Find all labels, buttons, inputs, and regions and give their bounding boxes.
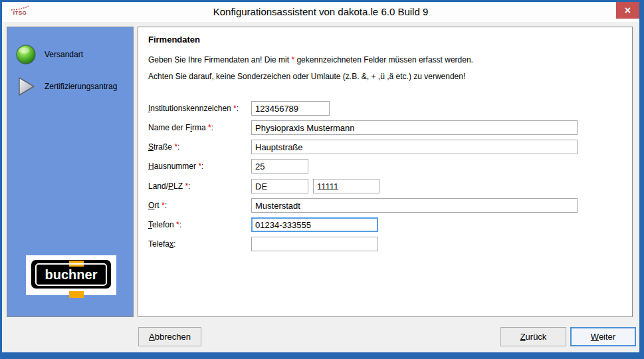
input-ort[interactable] bbox=[251, 198, 578, 213]
input-telefax[interactable] bbox=[251, 237, 378, 251]
buchner-logo: buchner bbox=[26, 255, 116, 295]
field-row-hausnummer: Hausnummer *: bbox=[148, 159, 308, 174]
buchner-logo-plate: buchner bbox=[31, 260, 111, 289]
close-button[interactable]: × bbox=[616, 2, 639, 19]
sidebar-step-versandart: Versandart bbox=[15, 43, 83, 66]
sidebar-step-label: Versandart bbox=[45, 50, 83, 59]
buchner-logo-text: buchner bbox=[45, 268, 98, 281]
field-row-land-plz: Land/PLZ *: bbox=[148, 179, 379, 193]
back-button[interactable]: Zurück bbox=[500, 327, 566, 346]
dialog-window: ITSG Konfigurationsassistent von dakota.… bbox=[0, 0, 644, 359]
intro-line-1: Geben Sie Ihre Firmendaten an! Die mit *… bbox=[148, 55, 473, 64]
page-title: Firmendaten bbox=[148, 35, 200, 45]
input-institutionskennzeichen[interactable] bbox=[251, 101, 330, 116]
input-land-plz-2[interactable] bbox=[313, 179, 379, 193]
titlebar[interactable]: ITSG Konfigurationsassistent von dakota.… bbox=[2, 2, 639, 22]
gray-arrow-icon bbox=[15, 76, 37, 97]
buchner-logo-frame: buchner bbox=[35, 263, 107, 286]
field-label-telefon: Telefon *: bbox=[148, 220, 251, 229]
buchner-logo-tab-bottom bbox=[69, 291, 84, 298]
sidebar-step-label: Zertifizierungsantrag bbox=[45, 82, 117, 91]
content-panel: Firmendaten Geben Sie Ihre Firmendaten a… bbox=[138, 27, 633, 317]
field-row-strasse: Straße *: bbox=[148, 140, 578, 154]
green-circle-icon bbox=[15, 44, 37, 65]
field-label-strasse: Straße *: bbox=[148, 142, 251, 152]
input-land-plz-1[interactable] bbox=[251, 179, 308, 193]
sidebar-panel: Versandart Zertifizierungsantrag buchner bbox=[7, 27, 134, 317]
input-telefon[interactable] bbox=[251, 217, 378, 232]
field-label-name-der-firma: Name der Firma *: bbox=[148, 123, 251, 132]
field-label-telefax: Telefax: bbox=[148, 239, 251, 249]
field-row-ort: Ort *: bbox=[148, 198, 578, 213]
field-row-telefax: Telefax: bbox=[148, 237, 378, 251]
sidebar-step-zertifizierungsantrag: Zertifizierungsantrag bbox=[15, 75, 117, 98]
field-label-land-plz: Land/PLZ *: bbox=[148, 181, 251, 191]
field-row-telefon: Telefon *: bbox=[148, 217, 378, 232]
field-row-name-der-firma: Name der Firma *: bbox=[148, 120, 578, 135]
field-row-institutionskennzeichen: Institutionskennzeichen *: bbox=[148, 101, 330, 116]
input-name-der-firma[interactable] bbox=[251, 120, 578, 135]
field-label-hausnummer: Hausnummer *: bbox=[148, 162, 251, 171]
input-hausnummer[interactable] bbox=[251, 159, 308, 174]
input-strasse[interactable] bbox=[251, 140, 578, 154]
field-label-institutionskennzeichen: Institutionskennzeichen *: bbox=[148, 104, 251, 113]
next-button[interactable]: Weiter bbox=[570, 327, 636, 346]
cancel-button[interactable]: Abbrechen bbox=[138, 327, 201, 346]
window-title: Konfigurationsassistent von dakota.le 6.… bbox=[2, 6, 639, 17]
field-label-ort: Ort *: bbox=[148, 201, 251, 210]
intro-line-2: Achten Sie darauf, keine Sonderzeichen o… bbox=[148, 72, 465, 81]
